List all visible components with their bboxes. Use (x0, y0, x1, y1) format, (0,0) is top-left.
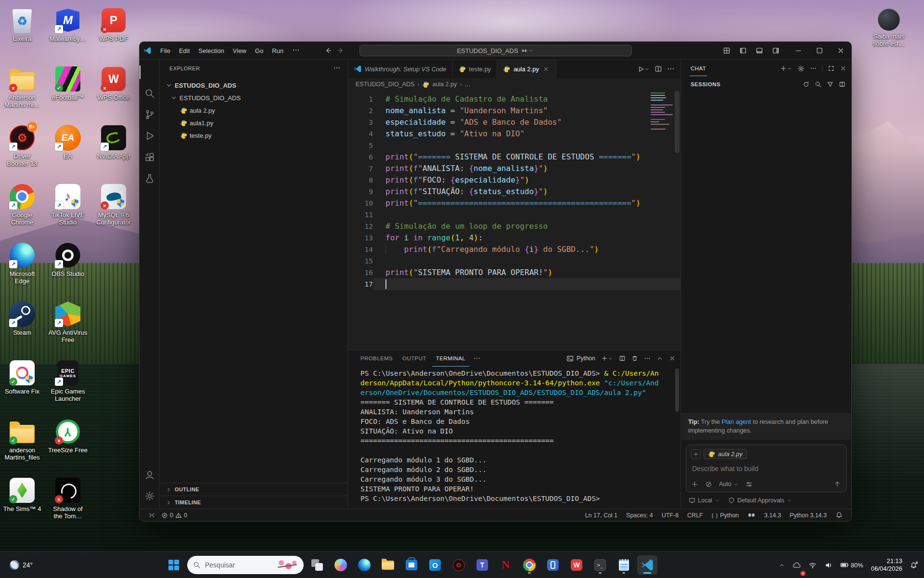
code-line-16[interactable]: 16print("SISTEMA PRONTO PARA OPERAR!") (348, 267, 680, 278)
desktop-icon-ea[interactable]: EA↗EA (46, 124, 90, 160)
status-cursor-position[interactable]: Ln 17, Col 1 (582, 512, 620, 519)
desktop-icon-lixeira[interactable]: ♻Lixeira (0, 7, 44, 42)
chat-tools-button[interactable] (705, 481, 712, 488)
status-indentation[interactable]: Spaces: 4 (623, 512, 656, 519)
sessions-search-button[interactable] (815, 81, 821, 88)
new-terminal-button[interactable] (601, 355, 613, 362)
desktop-icon-wps-office[interactable]: W×WPS Office (91, 66, 136, 101)
menubar-overflow[interactable] (288, 44, 304, 57)
desktop-icon-google-chrome[interactable]: ↗GoogleChrome (0, 183, 44, 226)
code-line-5[interactable]: 5 (348, 140, 680, 151)
tray-volume-icon[interactable] (821, 555, 835, 575)
taskbar-icon-microsoft-store[interactable] (401, 555, 422, 575)
taskbar-icon-vscode[interactable] (637, 555, 657, 575)
terminal-shell-selector[interactable]: Python (566, 355, 595, 362)
status-notifications[interactable] (833, 512, 846, 519)
chat-input-placeholder[interactable]: Describe what to build (691, 464, 841, 475)
status-encoding[interactable]: UTF-8 (659, 512, 681, 519)
code-line-9[interactable]: 9print(f"SITUAÇÃO: {status_estudo}") (348, 186, 680, 197)
activity-item-source-control[interactable] (140, 105, 160, 124)
code-line-15[interactable]: 15 (348, 255, 680, 267)
taskbar-icon-wps-office[interactable]: W (566, 555, 587, 575)
taskbar-start-button[interactable] (164, 555, 184, 575)
chat-attach-button[interactable] (691, 481, 698, 488)
status-copilot[interactable] (744, 511, 758, 519)
toggle-primary-sidebar-button[interactable] (736, 42, 750, 59)
desktop-icon-tiktok-live-studio[interactable]: ♪↗TikTok LIVEStudio (46, 183, 90, 226)
breadcrumb-item[interactable]: aula 2.py (432, 81, 457, 88)
activity-item-account[interactable] (140, 465, 160, 485)
desktop-icon-software-fix[interactable]: ✓Software Fix (0, 359, 44, 395)
editor-more-actions[interactable] (667, 65, 675, 73)
menu-run[interactable]: Run (268, 45, 288, 56)
menu-view[interactable]: View (229, 45, 251, 56)
menu-file[interactable]: File (156, 45, 175, 56)
add-context-button[interactable] (691, 449, 701, 459)
desktop-icon-anderson-martins-files[interactable]: ✓andersonMartins_files (0, 418, 44, 461)
tree-file-aula1-py[interactable]: aula1.py (160, 117, 347, 129)
desktop-icon-treesize-free[interactable]: Y×TreeSize Free (46, 418, 90, 454)
desktop-icon-wps-pdf[interactable]: P×WPS PDF (91, 7, 136, 42)
chat-settings-button[interactable] (797, 65, 805, 72)
chat-input-box[interactable]: aula 2.py Describe what to build Auto (686, 445, 847, 492)
tray-wifi-icon[interactable] (806, 555, 820, 575)
minimap[interactable] (651, 92, 674, 133)
tray-battery[interactable]: 80% (837, 555, 866, 575)
window-maximize-button[interactable] (809, 42, 830, 59)
taskbar-icon-copilot[interactable] (331, 555, 351, 575)
desktop-icon-malwarebytes[interactable]: M↗Malwareby… (46, 7, 90, 42)
tab-close-icon[interactable] (542, 65, 550, 73)
window-minimize-button[interactable] (788, 42, 809, 59)
sessions-refresh-button[interactable] (803, 81, 809, 88)
code-editor[interactable]: 1# Simulação de Cadastro de Analista2nom… (348, 91, 680, 350)
terminal-scrollbar[interactable] (675, 368, 679, 412)
sessions-layout-button[interactable] (839, 81, 846, 88)
editor-scrollbar[interactable] (675, 91, 680, 153)
remote-indicator[interactable] (145, 509, 158, 521)
activity-item-settings[interactable] (140, 486, 160, 506)
code-line-2[interactable]: 2nome_analista = "Uanderson Martins" (348, 105, 680, 117)
close-panel-button[interactable] (669, 355, 676, 362)
taskbar-icon-notepad[interactable] (614, 555, 634, 575)
kill-terminal-button[interactable] (631, 355, 638, 362)
desktop-icon-anderson-martins-folder[interactable]: ×AndersonMartins mi… (0, 66, 44, 108)
desktop-icon-steam[interactable]: ↗Steam (0, 301, 44, 336)
chat-send-button[interactable] (834, 480, 841, 488)
desktop-icon-shadow-of-the-tomb[interactable]: ×Shadow ofthe Tom… (46, 477, 90, 520)
taskbar-icon-terminal[interactable]: >_ (590, 555, 610, 575)
code-line-8[interactable]: 8print(f"FOCO: {especialidade}") (348, 174, 680, 186)
activity-item-run-debug[interactable] (140, 126, 160, 145)
code-line-13[interactable]: 13for i in range(1, 4): (348, 232, 680, 244)
code-line-12[interactable]: 12# Simulação de um loop de progresso (348, 221, 680, 232)
code-line-1[interactable]: 1# Simulação de Cadastro de Analista (348, 93, 680, 105)
activity-item-search[interactable] (140, 84, 160, 103)
menu-edit[interactable]: Edit (175, 45, 194, 56)
activity-item-explorer[interactable] (140, 63, 160, 82)
code-line-17[interactable]: 17 (348, 278, 680, 290)
breadcrumb-item[interactable]: … (464, 81, 471, 88)
tray-onedrive-icon[interactable]: × (790, 555, 804, 575)
chat-mode-selector[interactable]: Auto (719, 481, 739, 487)
taskbar-weather-widget[interactable]: 24° (6, 552, 37, 578)
sessions-filter-button[interactable] (827, 81, 834, 88)
terminal-more-actions[interactable] (644, 355, 651, 362)
taskbar-icon-driver-booster[interactable]: ⚙ (449, 555, 469, 575)
menu-go[interactable]: Go (251, 45, 268, 56)
panel-tab-problems[interactable]: PROBLEMS (357, 350, 397, 367)
desktop-icon-efootball[interactable]: ✓eFootball™ (46, 66, 90, 101)
status-eol[interactable]: CRLF (684, 512, 706, 519)
new-chat-button[interactable] (780, 65, 792, 72)
tab-walkthrough-setup-vs-code[interactable]: Walkthrough: Setup VS Code (348, 60, 453, 78)
desktop-icon-saiba-mais[interactable]: Saiba maissobre est… (862, 9, 915, 47)
tree-root-folder[interactable]: ESTUDOS_DIO_ADS (160, 79, 347, 92)
chat-expand-button[interactable] (828, 65, 834, 72)
menu-selection[interactable]: Selection (194, 45, 228, 56)
status-version[interactable]: 3.14.3 (761, 512, 784, 519)
desktop-icon-nvidia-app[interactable]: ↗NVIDIA App (91, 124, 136, 160)
desktop-icon-epic-games-launcher[interactable]: EPICGAMES↗Epic GamesLauncher (46, 359, 90, 402)
toggle-secondary-sidebar-button[interactable] (769, 42, 783, 59)
taskbar-icon-netflix[interactable]: N (496, 555, 516, 575)
taskbar-icon-task-view[interactable] (307, 555, 327, 575)
code-line-7[interactable]: 7print(f"ANALISTA: {nome_analista}") (348, 163, 680, 174)
code-line-11[interactable]: 11 (348, 209, 680, 221)
